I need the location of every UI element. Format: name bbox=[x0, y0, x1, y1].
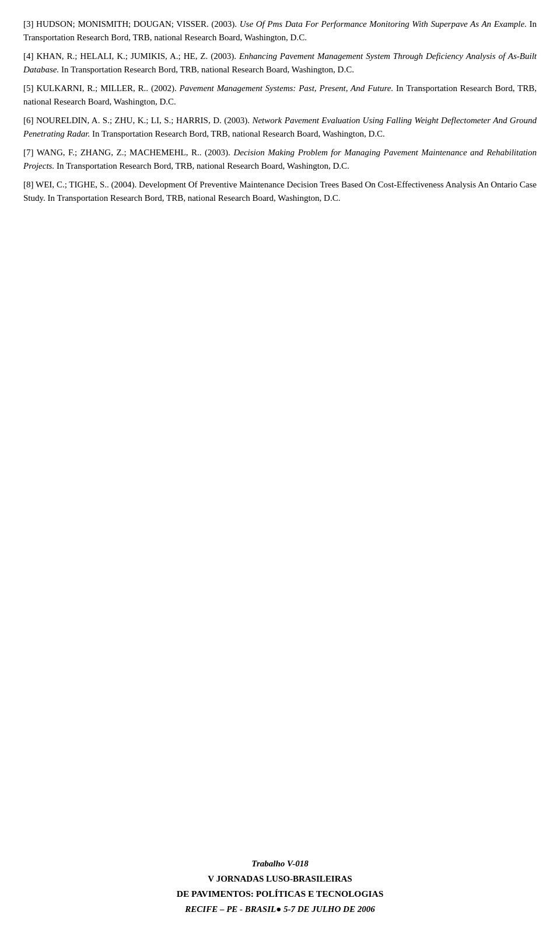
reference-item: [4] KHAN, R.; HELALI, K.; JUMIKIS, A.; H… bbox=[23, 50, 537, 76]
reference-item: [7] WANG, F.; ZHANG, Z.; MACHEMEHL, R.. … bbox=[23, 146, 537, 172]
footer-main: DE PAVIMENTOS: POLÍTICAS E TECNOLOGIAS bbox=[0, 886, 560, 901]
ref-title: Use Of Pms Data For Performance Monitori… bbox=[240, 19, 527, 29]
ref-authors: KHAN, R.; HELALI, K.; JUMIKIS, A.; HE, Z… bbox=[36, 51, 239, 61]
ref-authors: WEI, C.; TIGHE, S.. (2004). Development … bbox=[23, 180, 537, 203]
references-block: [3] HUDSON; MONISMITH; DOUGAN; VISSER. (… bbox=[23, 18, 537, 204]
reference-item: [5] KULKARNI, R.; MILLER, R.. (2002). Pa… bbox=[23, 82, 537, 108]
reference-item: [6] NOURELDIN, A. S.; ZHU, K.; LI, S.; H… bbox=[23, 114, 537, 140]
ref-title: Pavement Management Systems: Past, Prese… bbox=[180, 83, 394, 93]
ref-authors: WANG, F.; ZHANG, Z.; MACHEMEHL, R.. (200… bbox=[37, 148, 234, 157]
ref-number: [3] bbox=[23, 19, 36, 29]
reference-item: [8] WEI, C.; TIGHE, S.. (2004). Developm… bbox=[23, 178, 537, 204]
ref-authors: HUDSON; MONISMITH; DOUGAN; VISSER. (2003… bbox=[36, 19, 240, 29]
footer-block: Trabalho V-018 V JORNADAS LUSO-BRASILEIR… bbox=[0, 857, 560, 917]
footer-title: Trabalho V-018 bbox=[0, 857, 560, 872]
ref-authors: KULKARNI, R.; MILLER, R.. (2002). bbox=[36, 83, 179, 93]
ref-number: [4] bbox=[23, 51, 36, 61]
page-container: [3] HUDSON; MONISMITH; DOUGAN; VISSER. (… bbox=[0, 0, 560, 940]
ref-journal: In Transportation Research Bord, TRB, na… bbox=[90, 129, 385, 138]
footer-subtitle: V JORNADAS LUSO-BRASILEIRAS bbox=[0, 872, 560, 887]
ref-number: [7] bbox=[23, 148, 37, 157]
ref-journal: In Transportation Research Bord, TRB, na… bbox=[59, 65, 354, 74]
ref-number: [5] bbox=[23, 83, 36, 93]
footer-location: RECIFE – PE - BRASIL● 5-7 DE JULHO DE 20… bbox=[0, 902, 560, 917]
ref-number: [6] bbox=[23, 116, 36, 125]
reference-item: [3] HUDSON; MONISMITH; DOUGAN; VISSER. (… bbox=[23, 18, 537, 44]
ref-number: [8] bbox=[23, 180, 36, 189]
ref-journal: In Transportation Research Bord, TRB, na… bbox=[54, 161, 349, 170]
ref-authors: NOURELDIN, A. S.; ZHU, K.; LI, S.; HARRI… bbox=[36, 116, 252, 125]
